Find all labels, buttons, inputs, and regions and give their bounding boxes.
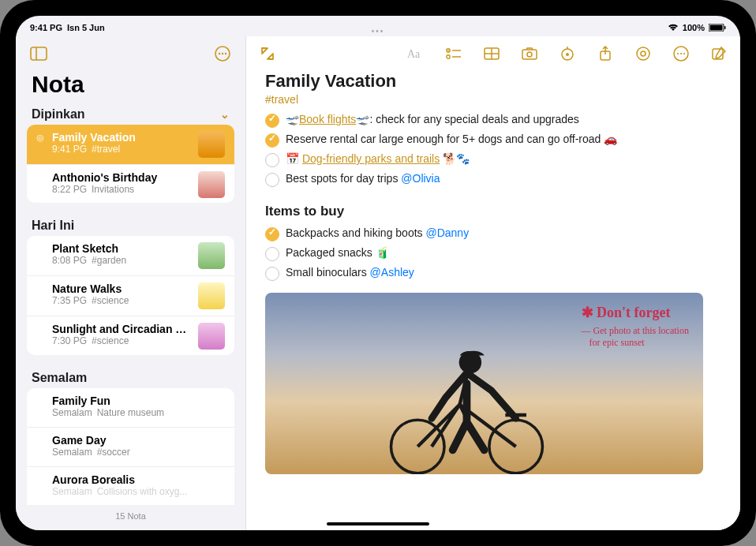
svg-rect-17 bbox=[522, 50, 537, 59]
note-tag: #garden bbox=[92, 255, 126, 266]
section-label: Semalam bbox=[32, 371, 87, 385]
checklist-item[interactable]: Best spots for day trips @Olivia bbox=[265, 170, 721, 189]
checkbox-icon[interactable] bbox=[265, 153, 279, 167]
handwriting-sub: for epic sunset bbox=[582, 337, 689, 349]
svg-point-20 bbox=[566, 53, 569, 56]
battery-icon bbox=[709, 24, 726, 32]
section-header-yesterday[interactable]: Semalam bbox=[16, 366, 245, 388]
note-time: 8:22 PG bbox=[52, 184, 87, 195]
note-item-birthday[interactable]: Anthonio's Birthday 8:22 PG Invitations bbox=[27, 165, 234, 204]
battery-percent: 100% bbox=[683, 23, 705, 32]
check-text: 🛫Book flights🛫: check for any special de… bbox=[286, 113, 579, 125]
note-thumbnail bbox=[198, 171, 225, 198]
format-text-icon[interactable]: Aa bbox=[404, 42, 428, 65]
markup-icon[interactable] bbox=[556, 42, 579, 65]
section-label: Dipinkan bbox=[32, 107, 85, 122]
note-title: Family Fun bbox=[52, 395, 225, 407]
note-time: Semalam bbox=[52, 407, 92, 418]
svg-point-23 bbox=[641, 51, 646, 56]
note-tag: #soccer bbox=[97, 447, 130, 458]
checkbox-icon[interactable] bbox=[265, 173, 279, 187]
note-thumbnail bbox=[198, 323, 225, 350]
section-label: Hari Ini bbox=[32, 219, 74, 233]
note-title: Aurora Borealis bbox=[52, 473, 225, 486]
svg-rect-2 bbox=[724, 26, 726, 29]
note-title: Anthonio's Birthday bbox=[52, 171, 192, 184]
svg-point-6 bbox=[219, 53, 220, 54]
note-thumbnail bbox=[198, 242, 225, 269]
sidebar: Nota Dipinkan ⌄ ◎ Family Vacation 9:41 P… bbox=[16, 36, 246, 530]
check-text: Small binoculars @Ashley bbox=[286, 266, 414, 279]
svg-point-18 bbox=[527, 52, 532, 57]
note-hashtag[interactable]: #travel bbox=[265, 93, 721, 106]
camera-icon[interactable] bbox=[518, 42, 541, 65]
note-item[interactable]: Family Fun SemalamNature museum bbox=[27, 388, 234, 428]
svg-point-26 bbox=[680, 53, 682, 54]
svg-rect-1 bbox=[710, 25, 723, 31]
checkbox-icon[interactable] bbox=[265, 133, 279, 148]
note-tag: #science bbox=[92, 335, 129, 346]
note-editor: Aa bbox=[246, 36, 740, 530]
note-item[interactable]: Plant Sketch 8:08 PG#garden bbox=[27, 236, 234, 276]
share-icon[interactable] bbox=[593, 42, 617, 65]
note-title: Nature Walks bbox=[52, 282, 192, 295]
check-text: 📅 Dog-friendly parks and trails 🐕🐾 bbox=[286, 152, 470, 165]
note-item[interactable]: Nature Walks 7:35 PG#science bbox=[27, 276, 234, 316]
handwriting-annotation: Don't forget — Get photo at this locatio… bbox=[582, 304, 689, 349]
note-time: 9:41 PG bbox=[52, 144, 87, 155]
checklist-item[interactable]: Reserve rental car large enough for 5+ d… bbox=[265, 130, 721, 150]
note-tag: #travel bbox=[92, 144, 120, 155]
check-text: Packaged snacks 🧃 bbox=[286, 246, 389, 259]
note-item[interactable]: Sunlight and Circadian Rhy... 7:30 PG#sc… bbox=[27, 316, 234, 354]
more-icon[interactable] bbox=[669, 42, 693, 65]
note-tag: #science bbox=[92, 295, 129, 306]
checklist-icon[interactable] bbox=[442, 42, 466, 65]
note-heading[interactable]: Family Vacation bbox=[265, 71, 721, 92]
checklist-item[interactable]: Small binoculars @Ashley bbox=[265, 264, 721, 283]
status-time: 9:41 PG bbox=[30, 23, 62, 32]
svg-point-30 bbox=[489, 420, 543, 473]
sidebar-title: Nota bbox=[16, 71, 245, 103]
note-thumbnail bbox=[198, 282, 225, 309]
sidebar-toggle-icon[interactable] bbox=[27, 42, 51, 65]
status-date: Isn 5 Jun bbox=[67, 23, 105, 32]
svg-point-27 bbox=[683, 53, 685, 54]
checkbox-icon[interactable] bbox=[265, 114, 279, 128]
note-item[interactable]: Aurora Borealis SemalamCollisions with o… bbox=[27, 467, 234, 505]
cyclist-silhouette bbox=[335, 320, 598, 475]
note-item-family-vacation[interactable]: ◎ Family Vacation 9:41 PG #travel bbox=[27, 125, 234, 165]
note-subheading[interactable]: Items to buy bbox=[265, 204, 721, 219]
multitask-dots[interactable]: ••• bbox=[372, 27, 385, 36]
checkbox-icon[interactable] bbox=[265, 227, 279, 241]
checklist-item[interactable]: Packaged snacks 🧃 bbox=[265, 244, 721, 264]
note-time: 7:30 PG bbox=[52, 335, 87, 346]
note-title: Sunlight and Circadian Rhy... bbox=[52, 323, 192, 335]
note-title: Game Day bbox=[52, 434, 225, 447]
note-time: 7:35 PG bbox=[52, 295, 87, 306]
lock-icon[interactable] bbox=[631, 42, 655, 65]
expand-icon[interactable] bbox=[256, 42, 279, 65]
section-header-pinned[interactable]: Dipinkan ⌄ bbox=[16, 103, 245, 125]
checklist-item[interactable]: 🛫Book flights🛫: check for any special de… bbox=[265, 110, 721, 130]
attached-photo[interactable]: Don't forget — Get photo at this locatio… bbox=[265, 293, 703, 474]
note-item[interactable]: Game Day Semalam#soccer bbox=[27, 428, 234, 467]
note-title: Plant Sketch bbox=[52, 242, 192, 255]
note-tag: Invitations bbox=[92, 184, 134, 195]
section-header-today[interactable]: Hari Ini bbox=[16, 214, 245, 236]
note-thumbnail bbox=[198, 131, 225, 158]
pin-icon: ◎ bbox=[36, 133, 46, 143]
note-time: Semalam bbox=[52, 486, 92, 497]
checklist-item[interactable]: Backpacks and hiking boots @Danny bbox=[265, 224, 721, 244]
note-tag: Collisions with oxyg... bbox=[97, 486, 188, 497]
chevron-down-icon: ⌄ bbox=[220, 108, 230, 121]
compose-icon[interactable] bbox=[707, 42, 731, 65]
more-options-icon[interactable] bbox=[211, 42, 234, 65]
svg-point-12 bbox=[447, 55, 450, 58]
checkbox-icon[interactable] bbox=[265, 247, 279, 261]
table-icon[interactable] bbox=[480, 42, 503, 65]
checklist-item[interactable]: 📅 Dog-friendly parks and trails 🐕🐾 bbox=[265, 150, 721, 170]
wifi-icon bbox=[668, 24, 679, 32]
home-indicator[interactable] bbox=[327, 522, 429, 525]
check-text: Reserve rental car large enough for 5+ d… bbox=[286, 133, 617, 145]
checkbox-icon[interactable] bbox=[265, 267, 279, 281]
